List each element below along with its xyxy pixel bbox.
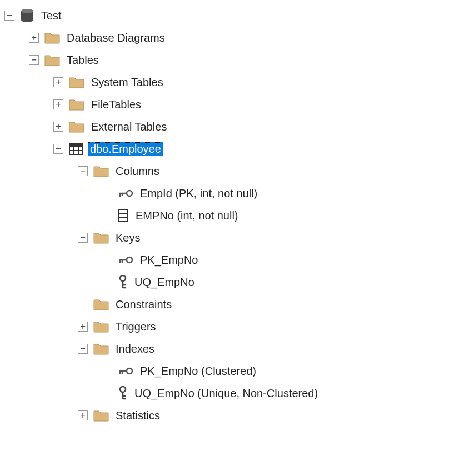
tree-node-index-pk[interactable]: PK_EmpNo (Clustered) [102,360,460,382]
node-label[interactable]: FileTables [89,98,143,112]
node-label[interactable]: Statistics [113,409,162,423]
collapse-icon[interactable]: − [78,233,88,243]
database-icon [20,8,34,23]
folder-icon [93,232,109,244]
expand-icon[interactable]: + [53,77,63,87]
node-label[interactable]: Triggers [113,320,158,334]
folder-icon [93,165,109,177]
tree-node-database[interactable]: − Test [4,4,460,27]
table-icon [69,143,83,155]
node-label[interactable]: Indexes [113,342,157,356]
folder-icon [93,320,109,333]
tree-node-statistics[interactable]: + Statistics [78,404,460,427]
tree-node-column-empno[interactable]: EMPNo (int, not null) [102,204,460,227]
tree-node-key-uq[interactable]: UQ_EmpNo [102,271,460,293]
tree-node-keys[interactable]: − Keys [78,227,460,249]
spacer [102,255,112,265]
collapse-icon[interactable]: − [53,144,63,154]
folder-icon [69,76,84,88]
node-label[interactable]: PK_EmpNo [138,253,201,267]
spacer [102,211,112,221]
tree-node-key-pk[interactable]: PK_EmpNo [102,249,460,271]
tree-node-column-empid[interactable]: EmpId (PK, int, not null) [102,182,460,204]
tree-node-system-tables[interactable]: + System Tables [53,71,460,93]
tree-node-constraints[interactable]: Constraints [78,293,460,315]
spacer [102,388,112,398]
spacer [78,299,88,309]
tree-node-tables[interactable]: − Tables [29,49,460,71]
node-label[interactable]: UQ_EmpNo [132,275,197,289]
node-label[interactable]: UQ_EmpNo (Unique, Non-Clustered) [132,387,320,400]
collapse-icon[interactable]: − [78,344,88,354]
folder-icon [44,32,60,44]
column-icon [118,209,129,222]
tree-node-triggers[interactable]: + Triggers [78,315,460,338]
node-label[interactable]: System Tables [89,76,166,89]
node-label[interactable]: Keys [113,231,142,245]
folder-icon [69,98,84,111]
unique-key-icon [118,275,128,289]
tree-node-database-diagrams[interactable]: + Database Diagrams [29,27,460,49]
primary-key-icon [118,365,133,377]
unique-key-icon [118,386,128,400]
expand-icon[interactable]: + [78,322,88,332]
folder-icon [93,343,109,355]
expand-icon[interactable]: + [53,122,63,132]
node-label[interactable]: Database Diagrams [64,31,167,45]
primary-key-icon [118,254,133,265]
node-label[interactable]: EmpId (PK, int, not null) [138,187,260,201]
expand-icon[interactable]: + [53,99,63,109]
collapse-icon[interactable]: − [78,166,88,176]
node-label[interactable]: Tables [64,53,101,67]
spacer [102,366,112,376]
primary-key-icon [118,188,133,199]
tree-node-table-employee[interactable]: − dbo.Employee [53,138,460,160]
tree-node-external-tables[interactable]: + External Tables [53,116,460,138]
node-label[interactable]: dbo.Employee [88,142,163,156]
tree-node-indexes[interactable]: − Indexes [78,338,460,360]
tree-node-columns[interactable]: − Columns [78,160,460,182]
collapse-icon[interactable]: − [29,55,39,65]
expand-icon[interactable]: + [29,33,39,43]
collapse-icon[interactable]: − [4,11,14,21]
folder-icon [93,409,109,422]
tree-node-index-uq[interactable]: UQ_EmpNo (Unique, Non-Clustered) [102,382,460,404]
spacer [102,188,112,198]
object-explorer-tree: − Test + Database Diagrams − Tables + Sy… [4,4,460,427]
node-label[interactable]: External Tables [89,120,169,134]
spacer [102,277,112,287]
node-label[interactable]: Columns [113,164,162,178]
node-label[interactable]: EMPNo (int, not null) [133,209,241,223]
folder-icon [44,54,60,66]
folder-icon [69,121,84,133]
node-label[interactable]: Constraints [113,298,174,312]
folder-icon [93,298,109,310]
tree-node-file-tables[interactable]: + FileTables [53,93,460,116]
expand-icon[interactable]: + [78,410,88,420]
node-label[interactable]: PK_EmpNo (Clustered) [138,364,258,378]
node-label[interactable]: Test [39,9,64,23]
